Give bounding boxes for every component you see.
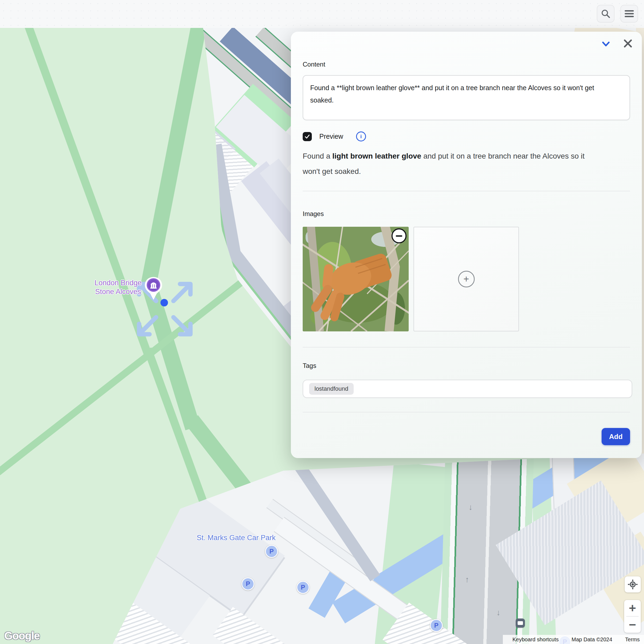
map-data-text: Map Data ©2024 bbox=[572, 636, 612, 643]
zoom-out-button[interactable]: − bbox=[624, 617, 641, 633]
menu-icon bbox=[624, 9, 634, 18]
car-park-label: St. Marks Gate Car Park bbox=[176, 533, 297, 542]
post-editor-panel: Content Found a **light brown leather gl… bbox=[291, 32, 642, 458]
parking-badge[interactable]: P bbox=[265, 545, 278, 558]
divider bbox=[303, 347, 630, 347]
plus-icon: + bbox=[458, 271, 475, 287]
preview-checkbox[interactable] bbox=[303, 132, 312, 141]
parking-badge[interactable]: P bbox=[241, 577, 254, 590]
tag-chip[interactable]: lostandfound bbox=[309, 383, 354, 395]
glove-photo-art bbox=[303, 227, 409, 331]
search-icon bbox=[600, 8, 611, 19]
screen: ↓ ↑ ↓ bbox=[0, 0, 644, 644]
parking-badge[interactable]: P bbox=[430, 619, 443, 632]
divider bbox=[303, 412, 630, 412]
minus-icon bbox=[396, 235, 402, 237]
tags-input[interactable]: lostandfound bbox=[303, 380, 632, 398]
parking-badge[interactable]: P bbox=[297, 581, 309, 594]
remove-image-button[interactable] bbox=[391, 228, 407, 243]
lane-arrow-icon: ↓ bbox=[469, 503, 473, 512]
images-label: Images bbox=[303, 210, 630, 218]
top-bar bbox=[0, 0, 644, 28]
preview-text-prefix: Found a bbox=[303, 152, 332, 160]
search-button[interactable] bbox=[597, 5, 614, 23]
keyboard-shortcuts-link[interactable]: Keyboard shortcuts bbox=[513, 636, 559, 643]
tags-label: Tags bbox=[303, 362, 630, 369]
zoom-control: + − bbox=[624, 600, 641, 633]
crosshair-icon bbox=[628, 579, 638, 590]
transit-station-icon[interactable] bbox=[516, 619, 525, 628]
parking-stripes bbox=[213, 607, 298, 644]
check-icon bbox=[304, 133, 310, 140]
terms-link[interactable]: Terms bbox=[625, 636, 640, 643]
lane-arrow-icon: ↑ bbox=[465, 575, 469, 584]
poi-label-line1: London Bridge bbox=[70, 279, 166, 287]
content-label: Content bbox=[303, 32, 630, 68]
preview-row: Preview i bbox=[303, 131, 630, 141]
panel-body: Content Found a **light brown leather gl… bbox=[291, 32, 642, 458]
add-button[interactable]: Add bbox=[602, 428, 630, 445]
expand-arrow-ne-icon bbox=[170, 280, 194, 305]
images-tiles: + bbox=[303, 227, 630, 331]
zoom-in-button[interactable]: + bbox=[624, 600, 641, 616]
poi-label: London Bridge Stone Alcoves bbox=[70, 279, 166, 296]
preview-rendered-text: Found a light brown leather glove and pu… bbox=[303, 148, 592, 179]
content-textarea[interactable]: Found a **light brown leather glove** an… bbox=[303, 75, 630, 120]
divider bbox=[303, 191, 630, 191]
add-image-tile[interactable]: + bbox=[414, 227, 519, 331]
expand-arrow-se-icon bbox=[170, 313, 194, 338]
menu-button[interactable] bbox=[620, 5, 638, 23]
google-logo[interactable]: Google bbox=[4, 630, 40, 642]
lane-arrow-icon: ↓ bbox=[496, 608, 501, 617]
info-icon[interactable]: i bbox=[356, 131, 366, 141]
my-location-button[interactable] bbox=[625, 576, 641, 592]
image-thumbnail[interactable] bbox=[303, 227, 409, 331]
preview-label: Preview bbox=[319, 133, 343, 140]
preview-text-bold: light brown leather glove bbox=[332, 152, 421, 160]
map-attribution: Keyboard shortcuts Map Data ©2024 Terms bbox=[503, 635, 644, 644]
poi-label-line2: Stone Alcoves bbox=[70, 287, 166, 296]
expand-arrow-sw-icon bbox=[135, 313, 160, 338]
